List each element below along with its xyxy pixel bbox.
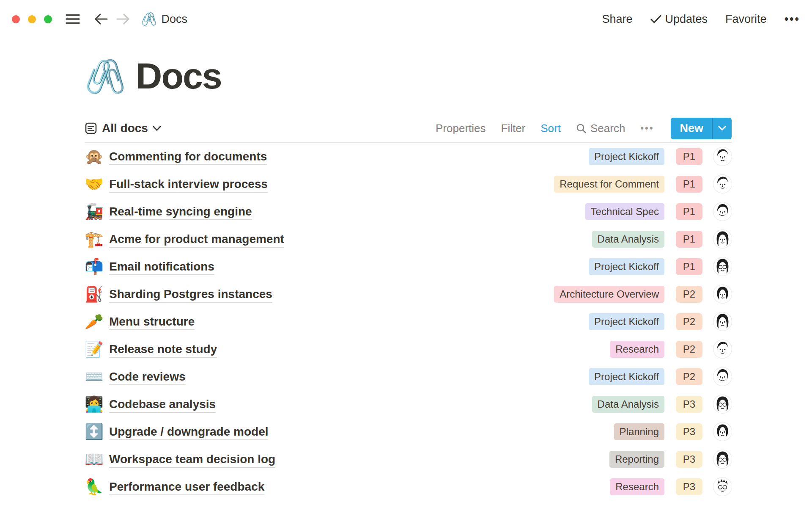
priority-badge[interactable]: P1 — [676, 176, 702, 193]
search-button[interactable]: Search — [576, 122, 625, 135]
doc-row[interactable]: 🙊 Commenting for documents Project Kicko… — [85, 143, 732, 170]
view-switcher-all-docs[interactable]: All docs — [85, 121, 161, 135]
doc-type-tag[interactable]: Research — [610, 478, 664, 495]
doc-row[interactable]: 🏗️ Acme for product management Data Anal… — [85, 225, 732, 253]
doc-emoji-icon: 🥕 — [85, 314, 109, 329]
priority-badge[interactable]: P2 — [676, 313, 702, 330]
page-title: Docs — [136, 55, 221, 97]
doc-type-tag[interactable]: Project Kickoff — [589, 368, 664, 385]
doc-type-tag[interactable]: Reporting — [609, 451, 664, 468]
minimize-window-button[interactable] — [28, 15, 36, 23]
assignee-avatar[interactable] — [713, 422, 732, 441]
doc-title-link[interactable]: Workspace team decision log — [109, 453, 275, 466]
doc-type-tag[interactable]: Project Kickoff — [589, 313, 664, 330]
new-dropdown-chevron-icon[interactable] — [712, 118, 732, 139]
assignee-avatar[interactable] — [713, 367, 732, 386]
page-icon-paperclips[interactable]: 🖇️ — [85, 60, 126, 93]
doc-type-tag[interactable]: Planning — [614, 423, 664, 440]
doc-type-tag[interactable]: Project Kickoff — [589, 148, 664, 165]
assignee-avatar[interactable] — [713, 147, 732, 166]
priority-badge[interactable]: P3 — [676, 396, 702, 413]
doc-title-link[interactable]: Menu structure — [109, 315, 195, 329]
doc-row[interactable]: ↕️ Upgrade / downgrade model Planning P3 — [85, 418, 732, 445]
doc-row[interactable]: ⌨️ Code reviews Project Kickoff P2 — [85, 363, 732, 390]
doc-row[interactable]: 📝 Release note study Research P2 — [85, 335, 732, 363]
doc-row[interactable]: 🚂 Real-time syncing engine Technical Spe… — [85, 198, 732, 225]
doc-row[interactable]: 📖 Workspace team decision log Reporting … — [85, 445, 732, 473]
doc-row[interactable]: 👩‍💻 Codebase analysis Data Analysis P3 — [85, 390, 732, 418]
traffic-lights — [12, 15, 52, 23]
priority-badge[interactable]: P3 — [676, 451, 702, 468]
doc-emoji-icon: ⌨️ — [85, 369, 109, 384]
doc-title-link[interactable]: Real-time syncing engine — [109, 205, 252, 218]
updates-button[interactable]: Updates — [650, 13, 708, 26]
doc-title-link[interactable]: Email notifications — [109, 260, 214, 273]
priority-badge[interactable]: P3 — [676, 423, 702, 440]
toolbar-more-icon[interactable]: ••• — [640, 123, 654, 134]
assignee-avatar[interactable] — [713, 175, 732, 193]
docs-list: 🙊 Commenting for documents Project Kicko… — [85, 143, 732, 500]
doc-title-link[interactable]: Sharding Postgres instances — [109, 287, 272, 301]
assignee-avatar[interactable] — [713, 395, 732, 413]
back-arrow-icon[interactable] — [94, 13, 108, 25]
priority-badge[interactable]: P3 — [676, 478, 702, 495]
forward-arrow-icon[interactable] — [116, 13, 130, 25]
doc-type-tag[interactable]: Research — [610, 341, 664, 358]
favorite-button[interactable]: Favorite — [725, 13, 767, 26]
new-button[interactable]: New — [671, 118, 732, 139]
doc-title-link[interactable]: Commenting for documents — [109, 150, 267, 163]
zoom-window-button[interactable] — [44, 15, 52, 23]
priority-badge[interactable]: P1 — [676, 258, 702, 275]
share-button[interactable]: Share — [602, 13, 632, 26]
doc-emoji-icon: 📬 — [85, 259, 109, 274]
assignee-avatar[interactable] — [713, 450, 732, 468]
doc-title-link[interactable]: Release note study — [109, 342, 217, 356]
doc-row[interactable]: 📬 Email notifications Project Kickoff P1 — [85, 253, 732, 280]
window-titlebar: 🖇️ Docs Share Updates Favorite ••• — [0, 0, 812, 38]
doc-title-link[interactable]: Upgrade / downgrade model — [109, 425, 268, 439]
assignee-avatar[interactable] — [713, 340, 732, 358]
priority-badge[interactable]: P2 — [676, 286, 702, 303]
doc-type-tag[interactable]: Request for Comment — [554, 176, 664, 193]
assignee-avatar[interactable] — [713, 478, 732, 496]
close-window-button[interactable] — [12, 15, 20, 23]
more-options-icon[interactable]: ••• — [785, 13, 800, 26]
doc-type-tag[interactable]: Project Kickoff — [589, 258, 664, 275]
priority-badge[interactable]: P1 — [676, 148, 702, 165]
doc-type-tag[interactable]: Technical Spec — [585, 203, 664, 220]
doc-title-link[interactable]: Code reviews — [109, 370, 186, 384]
doc-row[interactable]: 🥕 Menu structure Project Kickoff P2 — [85, 308, 732, 335]
doc-type-tag[interactable]: Data Analysis — [592, 231, 664, 248]
doc-title-link[interactable]: Acme for product management — [109, 232, 284, 246]
doc-emoji-icon: 📝 — [85, 342, 109, 357]
doc-emoji-icon: 📖 — [85, 452, 109, 467]
properties-button[interactable]: Properties — [436, 122, 486, 135]
filter-button[interactable]: Filter — [501, 122, 526, 135]
priority-badge[interactable]: P2 — [676, 341, 702, 358]
doc-row[interactable]: 🦜 Performance user feedback Research P3 — [85, 473, 732, 500]
doc-row[interactable]: ⛽ Sharding Postgres instances Architectu… — [85, 280, 732, 308]
priority-badge[interactable]: P2 — [676, 368, 702, 385]
doc-emoji-icon: 👩‍💻 — [85, 397, 109, 412]
doc-type-tag[interactable]: Data Analysis — [592, 396, 664, 413]
breadcrumb[interactable]: 🖇️ Docs — [141, 13, 187, 26]
page-emoji-icon: 🖇️ — [141, 13, 156, 25]
priority-badge[interactable]: P1 — [676, 231, 702, 248]
sidebar-menu-icon[interactable] — [66, 14, 80, 25]
doc-type-tag[interactable]: Architecture Overview — [554, 286, 664, 303]
assignee-avatar[interactable] — [713, 285, 732, 303]
assignee-avatar[interactable] — [713, 230, 732, 248]
search-icon — [576, 123, 587, 134]
doc-emoji-icon: 🙊 — [85, 149, 109, 164]
assignee-avatar[interactable] — [713, 257, 732, 276]
doc-title-link[interactable]: Full-stack interview process — [109, 177, 268, 191]
doc-emoji-icon: 🏗️ — [85, 232, 109, 247]
doc-row[interactable]: 🤝 Full-stack interview process Request f… — [85, 170, 732, 198]
doc-title-link[interactable]: Performance user feedback — [109, 480, 264, 494]
priority-badge[interactable]: P1 — [676, 203, 702, 220]
assignee-avatar[interactable] — [713, 312, 732, 331]
doc-title-link[interactable]: Codebase analysis — [109, 398, 216, 411]
chevron-down-icon — [153, 126, 161, 131]
sort-button[interactable]: Sort — [540, 122, 561, 135]
assignee-avatar[interactable] — [713, 202, 732, 221]
